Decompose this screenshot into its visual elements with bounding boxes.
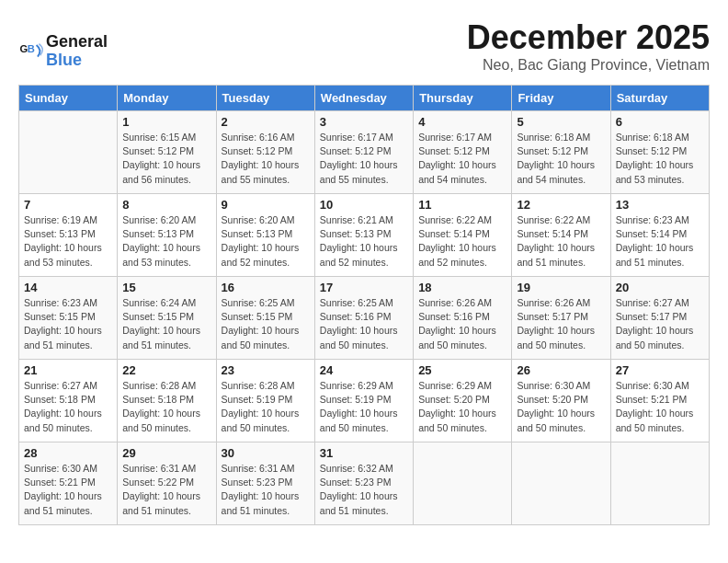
day-info: Sunrise: 6:20 AM Sunset: 5:13 PM Dayligh…: [122, 213, 210, 270]
day-number: 11: [418, 198, 506, 212]
day-number: 31: [320, 446, 408, 460]
day-info: Sunrise: 6:18 AM Sunset: 5:12 PM Dayligh…: [517, 131, 605, 187]
day-number: 24: [320, 363, 408, 377]
calendar-cell: 23Sunrise: 6:28 AM Sunset: 5:19 PM Dayli…: [216, 360, 314, 442]
day-info: Sunrise: 6:28 AM Sunset: 5:18 PM Dayligh…: [122, 379, 210, 435]
svg-text:G: G: [19, 44, 28, 55]
svg-text:B: B: [28, 44, 35, 55]
day-number: 30: [222, 446, 310, 460]
day-number: 19: [517, 281, 605, 294]
day-info: Sunrise: 6:30 AM Sunset: 5:21 PM Dayligh…: [616, 379, 704, 435]
calendar-cell: 21Sunrise: 6:27 AM Sunset: 5:18 PM Dayli…: [19, 360, 118, 442]
week-row-4: 21Sunrise: 6:27 AM Sunset: 5:18 PM Dayli…: [19, 360, 710, 442]
day-number: 25: [418, 363, 506, 377]
calendar-cell: [610, 442, 709, 525]
day-number: 23: [222, 363, 310, 377]
calendar-cell: 10Sunrise: 6:21 AM Sunset: 5:13 PM Dayli…: [314, 194, 413, 277]
calendar-cell: 19Sunrise: 6:26 AM Sunset: 5:17 PM Dayli…: [512, 277, 610, 360]
calendar-cell: 12Sunrise: 6:22 AM Sunset: 5:14 PM Dayli…: [512, 194, 610, 277]
day-info: Sunrise: 6:23 AM Sunset: 5:15 PM Dayligh…: [24, 296, 112, 352]
calendar-cell: 15Sunrise: 6:24 AM Sunset: 5:15 PM Dayli…: [118, 277, 216, 360]
day-number: 26: [517, 363, 605, 377]
day-info: Sunrise: 6:30 AM Sunset: 5:21 PM Dayligh…: [24, 462, 112, 518]
day-number: 14: [24, 281, 112, 294]
day-info: Sunrise: 6:30 AM Sunset: 5:20 PM Dayligh…: [517, 379, 605, 435]
week-row-2: 7Sunrise: 6:19 AM Sunset: 5:13 PM Daylig…: [19, 194, 710, 277]
day-info: Sunrise: 6:29 AM Sunset: 5:19 PM Dayligh…: [320, 379, 408, 435]
day-info: Sunrise: 6:26 AM Sunset: 5:16 PM Dayligh…: [418, 296, 506, 352]
calendar-cell: [512, 442, 610, 525]
day-number: 13: [616, 198, 704, 212]
day-number: 22: [122, 363, 210, 377]
day-info: Sunrise: 6:28 AM Sunset: 5:19 PM Dayligh…: [222, 379, 310, 435]
column-header-wednesday: Wednesday: [314, 86, 413, 111]
day-info: Sunrise: 6:27 AM Sunset: 5:17 PM Dayligh…: [616, 296, 704, 352]
column-header-sunday: Sunday: [19, 86, 118, 111]
calendar-cell: 25Sunrise: 6:29 AM Sunset: 5:20 PM Dayli…: [414, 360, 512, 442]
calendar-cell: 17Sunrise: 6:25 AM Sunset: 5:16 PM Dayli…: [314, 277, 413, 360]
day-number: 17: [320, 281, 408, 294]
day-number: 1: [122, 115, 210, 129]
calendar-cell: 26Sunrise: 6:30 AM Sunset: 5:20 PM Dayli…: [512, 360, 610, 442]
logo-icon: G B: [18, 39, 44, 64]
column-header-friday: Friday: [512, 86, 610, 111]
day-info: Sunrise: 6:16 AM Sunset: 5:12 PM Dayligh…: [222, 131, 310, 187]
day-number: 10: [320, 198, 408, 212]
calendar-table: SundayMondayTuesdayWednesdayThursdayFrid…: [18, 85, 710, 525]
day-info: Sunrise: 6:20 AM Sunset: 5:13 PM Dayligh…: [222, 213, 310, 270]
day-number: 15: [122, 281, 210, 294]
day-number: 7: [24, 198, 112, 212]
day-info: Sunrise: 6:17 AM Sunset: 5:12 PM Dayligh…: [320, 131, 408, 187]
day-info: Sunrise: 6:19 AM Sunset: 5:13 PM Dayligh…: [24, 213, 112, 270]
calendar-cell: 6Sunrise: 6:18 AM Sunset: 5:12 PM Daylig…: [610, 111, 709, 194]
column-header-monday: Monday: [118, 86, 216, 111]
day-info: Sunrise: 6:15 AM Sunset: 5:12 PM Dayligh…: [122, 131, 210, 187]
day-info: Sunrise: 6:21 AM Sunset: 5:13 PM Dayligh…: [320, 213, 408, 270]
day-info: Sunrise: 6:31 AM Sunset: 5:23 PM Dayligh…: [222, 462, 310, 518]
logo: G B General Blue: [18, 33, 108, 70]
day-number: 20: [616, 281, 704, 294]
day-info: Sunrise: 6:23 AM Sunset: 5:14 PM Dayligh…: [616, 213, 704, 270]
column-header-tuesday: Tuesday: [216, 86, 314, 111]
logo-line2: Blue: [46, 52, 108, 70]
day-info: Sunrise: 6:18 AM Sunset: 5:12 PM Dayligh…: [616, 131, 704, 187]
day-info: Sunrise: 6:25 AM Sunset: 5:16 PM Dayligh…: [320, 296, 408, 352]
calendar-cell: 29Sunrise: 6:31 AM Sunset: 5:22 PM Dayli…: [118, 442, 216, 525]
day-number: 8: [122, 198, 210, 212]
day-number: 21: [24, 363, 112, 377]
calendar-cell: 31Sunrise: 6:32 AM Sunset: 5:23 PM Dayli…: [314, 442, 413, 525]
day-info: Sunrise: 6:22 AM Sunset: 5:14 PM Dayligh…: [418, 213, 506, 270]
day-info: Sunrise: 6:31 AM Sunset: 5:22 PM Dayligh…: [122, 462, 210, 518]
day-info: Sunrise: 6:25 AM Sunset: 5:15 PM Dayligh…: [222, 296, 310, 352]
day-number: 6: [616, 115, 704, 129]
day-info: Sunrise: 6:29 AM Sunset: 5:20 PM Dayligh…: [418, 379, 506, 435]
day-number: 5: [517, 115, 605, 129]
day-number: 28: [24, 446, 112, 460]
week-row-5: 28Sunrise: 6:30 AM Sunset: 5:21 PM Dayli…: [19, 442, 710, 525]
calendar-cell: 20Sunrise: 6:27 AM Sunset: 5:17 PM Dayli…: [610, 277, 709, 360]
day-number: 12: [517, 198, 605, 212]
day-number: 27: [616, 363, 704, 377]
calendar-cell: 13Sunrise: 6:23 AM Sunset: 5:14 PM Dayli…: [610, 194, 709, 277]
day-number: 18: [418, 281, 506, 294]
day-number: 3: [320, 115, 408, 129]
header-row: SundayMondayTuesdayWednesdayThursdayFrid…: [19, 86, 710, 111]
calendar-cell: 5Sunrise: 6:18 AM Sunset: 5:12 PM Daylig…: [512, 111, 610, 194]
week-row-3: 14Sunrise: 6:23 AM Sunset: 5:15 PM Dayli…: [19, 277, 710, 360]
calendar-cell: 24Sunrise: 6:29 AM Sunset: 5:19 PM Dayli…: [314, 360, 413, 442]
calendar-cell: 22Sunrise: 6:28 AM Sunset: 5:18 PM Dayli…: [118, 360, 216, 442]
day-info: Sunrise: 6:32 AM Sunset: 5:23 PM Dayligh…: [320, 462, 408, 518]
day-info: Sunrise: 6:22 AM Sunset: 5:14 PM Dayligh…: [517, 213, 605, 270]
calendar-cell: [19, 111, 118, 194]
calendar-cell: 1Sunrise: 6:15 AM Sunset: 5:12 PM Daylig…: [118, 111, 216, 194]
day-info: Sunrise: 6:26 AM Sunset: 5:17 PM Dayligh…: [517, 296, 605, 352]
day-number: 4: [418, 115, 506, 129]
page-header: G B General Blue December 2025 Neo, Bac …: [18, 18, 710, 74]
calendar-cell: 3Sunrise: 6:17 AM Sunset: 5:12 PM Daylig…: [314, 111, 413, 194]
column-header-saturday: Saturday: [610, 86, 709, 111]
calendar-cell: 18Sunrise: 6:26 AM Sunset: 5:16 PM Dayli…: [414, 277, 512, 360]
calendar-cell: 27Sunrise: 6:30 AM Sunset: 5:21 PM Dayli…: [610, 360, 709, 442]
month-year: December 2025: [467, 18, 710, 57]
calendar-cell: 4Sunrise: 6:17 AM Sunset: 5:12 PM Daylig…: [414, 111, 512, 194]
day-info: Sunrise: 6:17 AM Sunset: 5:12 PM Dayligh…: [418, 131, 506, 187]
